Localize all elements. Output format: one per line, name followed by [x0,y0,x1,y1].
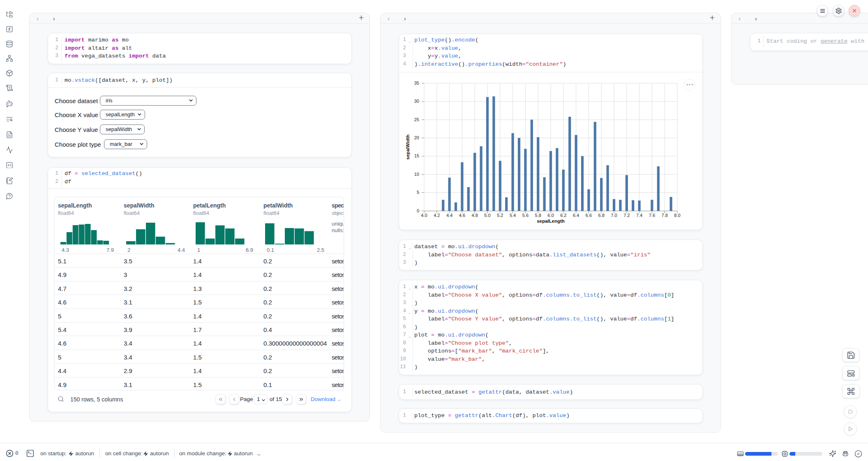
svg-text:35: 35 [414,81,419,85]
svg-text:5.8: 5.8 [535,213,541,218]
svg-text:0: 0 [417,208,419,213]
svg-text:7.4: 7.4 [636,213,642,218]
svg-text:25: 25 [414,117,419,122]
svg-text:30: 30 [414,99,419,104]
svg-text:7.6: 7.6 [649,213,655,218]
svg-text:5.0: 5.0 [484,213,490,218]
svg-text:10: 10 [414,172,419,177]
svg-text:6.8: 6.8 [598,213,605,218]
svg-text:4.8: 4.8 [472,213,478,218]
svg-text:6.0: 6.0 [547,213,554,218]
svg-text:4.0: 4.0 [421,213,427,218]
svg-text:6.4: 6.4 [573,213,579,218]
svg-text:4.6: 4.6 [459,213,465,218]
svg-text:6.2: 6.2 [560,213,566,218]
svg-text:5.2: 5.2 [497,213,503,218]
svg-text:sepalWidth: sepalWidth [405,134,410,159]
svg-text:sepalLength: sepalLength [537,219,565,224]
svg-text:4.2: 4.2 [434,213,440,218]
svg-text:7.8: 7.8 [662,213,668,218]
svg-text:5.6: 5.6 [522,213,529,218]
svg-text:15: 15 [414,153,419,158]
svg-text:7.2: 7.2 [623,213,630,218]
svg-text:5.4: 5.4 [510,213,516,218]
svg-text:8.0: 8.0 [674,213,680,218]
svg-text:20: 20 [414,135,419,140]
svg-text:6.6: 6.6 [586,213,592,218]
svg-text:4.4: 4.4 [446,213,452,218]
svg-text:5: 5 [417,190,419,195]
svg-text:7.0: 7.0 [611,213,617,218]
